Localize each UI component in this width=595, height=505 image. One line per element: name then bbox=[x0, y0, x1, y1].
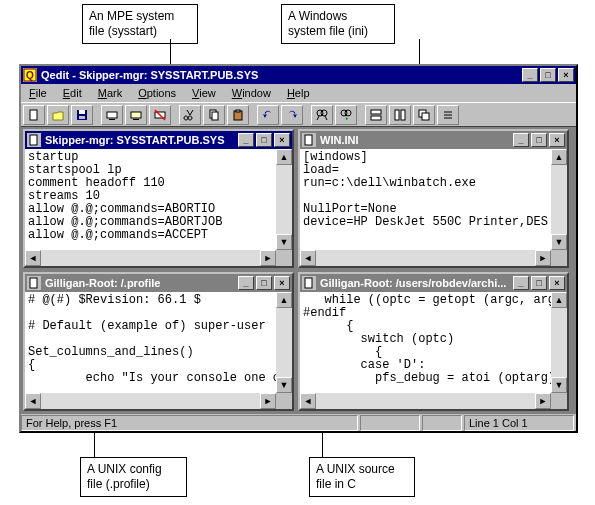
document-icon[interactable] bbox=[27, 276, 41, 290]
svg-point-21 bbox=[345, 110, 351, 116]
cut-icon[interactable] bbox=[179, 105, 201, 125]
hscrollbar[interactable]: ◄ ► bbox=[300, 393, 567, 409]
redo-icon[interactable] bbox=[281, 105, 303, 125]
scroll-up-icon[interactable]: ▲ bbox=[551, 149, 567, 165]
child-winini-titlebar[interactable]: WIN.INI _ □ × bbox=[300, 131, 567, 149]
menu-mark[interactable]: Mark bbox=[92, 86, 128, 100]
svg-rect-33 bbox=[30, 278, 37, 288]
open-icon[interactable] bbox=[47, 105, 69, 125]
mdi-client: Skipper-mgr: SYSSTART.PUB.SYS _ □ × star… bbox=[21, 126, 576, 413]
save-icon[interactable] bbox=[71, 105, 93, 125]
callout-text: A Windows system file (ini) bbox=[288, 9, 368, 38]
menu-edit[interactable]: Edit bbox=[57, 86, 88, 100]
status-help: For Help, press F1 bbox=[21, 415, 358, 431]
menu-view[interactable]: View bbox=[186, 86, 222, 100]
callout-winini: A Windows system file (ini) bbox=[281, 4, 395, 44]
scroll-corner bbox=[276, 393, 292, 409]
child-mpe: Skipper-mgr: SYSSTART.PUB.SYS _ □ × star… bbox=[23, 129, 294, 268]
hscrollbar[interactable]: ◄ ► bbox=[25, 393, 292, 409]
maximize-button[interactable]: □ bbox=[256, 276, 272, 290]
scroll-right-icon[interactable]: ► bbox=[260, 250, 276, 266]
minimize-button[interactable]: _ bbox=[513, 276, 529, 290]
maximize-button[interactable]: □ bbox=[531, 133, 547, 147]
scroll-down-icon[interactable]: ▼ bbox=[276, 234, 292, 250]
vscrollbar[interactable]: ▲ ▼ bbox=[551, 292, 567, 393]
scroll-left-icon[interactable]: ◄ bbox=[300, 393, 316, 409]
scroll-left-icon[interactable]: ◄ bbox=[25, 393, 41, 409]
scroll-right-icon[interactable]: ► bbox=[535, 393, 551, 409]
app-titlebar[interactable]: Q Qedit - Skipper-mgr: SYSSTART.PUB.SYS … bbox=[21, 66, 576, 84]
tile-h-icon[interactable] bbox=[365, 105, 387, 125]
svg-line-19 bbox=[325, 116, 327, 120]
minimize-button[interactable]: _ bbox=[513, 133, 529, 147]
child-profile: Gilligan-Root: /.profile _ □ × # @(#) $R… bbox=[23, 272, 294, 411]
menu-file[interactable]: FFileile bbox=[23, 86, 53, 100]
child-winini-editor[interactable]: [windows] load= run=c:\dell\winbatch.exe… bbox=[300, 149, 551, 250]
scroll-down-icon[interactable]: ▼ bbox=[551, 234, 567, 250]
find-icon[interactable] bbox=[311, 105, 333, 125]
minimize-button[interactable]: _ bbox=[238, 276, 254, 290]
scroll-down-icon[interactable]: ▼ bbox=[551, 377, 567, 393]
child-profile-editor[interactable]: # @(#) $Revision: 66.1 $ # Default (exam… bbox=[25, 292, 276, 393]
document-icon[interactable] bbox=[27, 133, 41, 147]
close-button[interactable]: × bbox=[558, 68, 574, 82]
svg-point-17 bbox=[321, 110, 327, 116]
paste-icon[interactable] bbox=[227, 105, 249, 125]
document-icon[interactable] bbox=[302, 133, 316, 147]
status-blank1 bbox=[360, 415, 420, 431]
scroll-corner bbox=[551, 393, 567, 409]
child-profile-titlebar[interactable]: Gilligan-Root: /.profile _ □ × bbox=[25, 274, 292, 292]
find-next-icon[interactable] bbox=[335, 105, 357, 125]
minimize-button[interactable]: _ bbox=[522, 68, 538, 82]
maximize-button[interactable]: □ bbox=[256, 133, 272, 147]
maximize-button[interactable]: □ bbox=[540, 68, 556, 82]
list-icon[interactable] bbox=[437, 105, 459, 125]
vscrollbar[interactable]: ▲ ▼ bbox=[276, 292, 292, 393]
disconnect-icon[interactable] bbox=[149, 105, 171, 125]
hscrollbar[interactable]: ◄ ► bbox=[25, 250, 292, 266]
scroll-up-icon[interactable]: ▲ bbox=[551, 292, 567, 308]
menu-window[interactable]: Window bbox=[226, 86, 277, 100]
minimize-button[interactable]: _ bbox=[238, 133, 254, 147]
copy-icon[interactable] bbox=[203, 105, 225, 125]
svg-line-18 bbox=[317, 116, 319, 120]
menu-help[interactable]: Help bbox=[281, 86, 316, 100]
new-doc-icon[interactable] bbox=[23, 105, 45, 125]
scroll-left-icon[interactable]: ◄ bbox=[300, 250, 316, 266]
hscrollbar[interactable]: ◄ ► bbox=[300, 250, 567, 266]
svg-rect-15 bbox=[236, 110, 240, 112]
menu-options[interactable]: Options bbox=[132, 86, 182, 100]
document-icon[interactable] bbox=[302, 276, 316, 290]
scroll-down-icon[interactable]: ▼ bbox=[276, 377, 292, 393]
scroll-up-icon[interactable]: ▲ bbox=[276, 149, 292, 165]
close-button[interactable]: × bbox=[274, 133, 290, 147]
scroll-right-icon[interactable]: ► bbox=[535, 250, 551, 266]
undo-icon[interactable] bbox=[257, 105, 279, 125]
close-button[interactable]: × bbox=[274, 276, 290, 290]
child-csrc-editor[interactable]: while ((optc = getopt (argc, arg #endif … bbox=[300, 292, 551, 393]
scroll-right-icon[interactable]: ► bbox=[260, 393, 276, 409]
child-mpe-editor[interactable]: startup startspool lp comment headoff 11… bbox=[25, 149, 276, 250]
close-button[interactable]: × bbox=[549, 276, 565, 290]
qedit-icon[interactable]: Q bbox=[23, 68, 37, 82]
maximize-button[interactable]: □ bbox=[531, 276, 547, 290]
tile-v-icon[interactable] bbox=[389, 105, 411, 125]
vscrollbar[interactable]: ▲ ▼ bbox=[551, 149, 567, 250]
connect2-icon[interactable] bbox=[125, 105, 147, 125]
scroll-corner bbox=[551, 250, 567, 266]
child-csrc-title: Gilligan-Root: /users/robdev/archi... bbox=[320, 277, 511, 289]
scroll-up-icon[interactable]: ▲ bbox=[276, 292, 292, 308]
vscrollbar[interactable]: ▲ ▼ bbox=[276, 149, 292, 250]
connect1-icon[interactable] bbox=[101, 105, 123, 125]
child-mpe-titlebar[interactable]: Skipper-mgr: SYSSTART.PUB.SYS _ □ × bbox=[25, 131, 292, 149]
status-pos: Line 1 Col 1 bbox=[464, 415, 574, 431]
child-csrc-titlebar[interactable]: Gilligan-Root: /users/robdev/archi... _ … bbox=[300, 274, 567, 292]
svg-rect-4 bbox=[79, 116, 85, 119]
cascade-icon[interactable] bbox=[413, 105, 435, 125]
svg-rect-8 bbox=[131, 112, 141, 118]
scroll-left-icon[interactable]: ◄ bbox=[25, 250, 41, 266]
svg-rect-25 bbox=[401, 110, 405, 120]
close-button[interactable]: × bbox=[549, 133, 565, 147]
svg-rect-24 bbox=[395, 110, 399, 120]
toolbar bbox=[21, 102, 576, 126]
